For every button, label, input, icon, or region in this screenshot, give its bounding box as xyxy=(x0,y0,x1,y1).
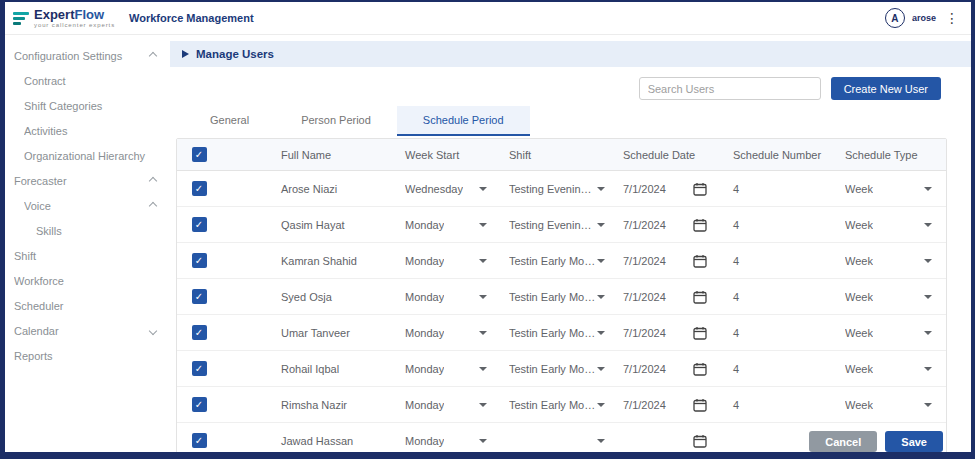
week-start-value: Monday xyxy=(405,435,444,447)
sidebar-item-organizational-hierarchy[interactable]: Organizational Hierarchy xyxy=(5,143,170,168)
cell-week-start-dropdown[interactable]: Wednesday xyxy=(391,171,501,206)
kebab-menu-icon[interactable]: ⋮ xyxy=(943,10,961,26)
table-row: ✓ Arose Niazi Wednesday Testing Evening,… xyxy=(177,171,946,207)
cell-schedule-type-dropdown[interactable]: Week xyxy=(837,315,946,350)
cell-shift-dropdown[interactable]: Testin Early Morning xyxy=(501,279,621,314)
cell-week-start-dropdown[interactable]: Monday xyxy=(391,279,501,314)
cell-shift-dropdown[interactable]: Testin Early Morning xyxy=(501,315,621,350)
calendar-icon[interactable] xyxy=(693,434,707,448)
sidebar-item-scheduler[interactable]: Scheduler xyxy=(5,293,170,318)
sidebar-item-forecaster[interactable]: Forecaster xyxy=(5,168,170,193)
cell-week-start-dropdown[interactable]: Monday xyxy=(391,243,501,278)
sidebar-item-calendar[interactable]: Calendar xyxy=(5,318,170,343)
cell-schedule-number: 4 xyxy=(731,207,837,242)
save-button[interactable]: Save xyxy=(885,431,943,452)
cell-week-start-dropdown[interactable]: Monday xyxy=(391,423,501,458)
cell-shift-dropdown[interactable]: Testin Early Morning xyxy=(501,387,621,422)
sidebar-item-shift-categories[interactable]: Shift Categories xyxy=(5,93,170,118)
row-checkbox[interactable]: ✓ xyxy=(192,217,207,232)
expertflow-logo-icon xyxy=(13,12,29,25)
create-new-user-button[interactable]: Create New User xyxy=(831,77,941,100)
top-bar-right: A arose ⋮ xyxy=(885,8,961,28)
chevron-up-icon xyxy=(149,176,157,184)
footer-actions: Cancel Save xyxy=(809,431,943,452)
row-checkbox[interactable]: ✓ xyxy=(192,433,207,448)
sidebar-item-label: Scheduler xyxy=(14,300,156,312)
avatar-initial: A xyxy=(891,13,898,24)
cell-week-start-dropdown[interactable]: Monday xyxy=(391,387,501,422)
check-icon: ✓ xyxy=(195,183,203,194)
cancel-button[interactable]: Cancel xyxy=(809,431,877,452)
cell-shift-dropdown[interactable]: Testing Evening, Te... xyxy=(501,207,621,242)
sidebar-item-workforce[interactable]: Workforce xyxy=(5,268,170,293)
row-checkbox[interactable]: ✓ xyxy=(192,325,207,340)
sidebar-item-configuration-settings[interactable]: Configuration Settings xyxy=(5,43,170,68)
section-title: Manage Users xyxy=(196,48,274,60)
calendar-icon[interactable] xyxy=(693,398,707,412)
sidebar-item-label: Organizational Hierarchy xyxy=(24,150,156,162)
schedule-date-value: 7/1/2024 xyxy=(623,327,685,339)
check-icon: ✓ xyxy=(195,219,203,230)
chevron-down-icon xyxy=(479,187,487,191)
cell-schedule-type-dropdown[interactable]: Week xyxy=(837,387,946,422)
select-all-checkbox[interactable]: ✓ xyxy=(192,147,207,162)
search-input[interactable] xyxy=(639,77,821,100)
check-icon: ✓ xyxy=(195,327,203,338)
chevron-down-icon xyxy=(597,223,605,227)
calendar-icon[interactable] xyxy=(693,182,707,196)
tab-person-period[interactable]: Person Period xyxy=(275,106,397,136)
sidebar-item-shift[interactable]: Shift xyxy=(5,243,170,268)
calendar-icon[interactable] xyxy=(693,254,707,268)
cell-shift-dropdown[interactable] xyxy=(501,423,621,458)
chevron-down-icon xyxy=(924,367,932,371)
row-checkbox[interactable]: ✓ xyxy=(192,361,207,376)
shift-value: Testin Early Morning xyxy=(509,255,597,267)
cell-schedule-type-dropdown[interactable]: Week xyxy=(837,279,946,314)
table-header-row: ✓ Full Name Week Start Shift Schedule Da… xyxy=(177,139,946,171)
check-icon: ✓ xyxy=(195,255,203,266)
shift-value: Testin Early Morning xyxy=(509,291,597,303)
check-icon: ✓ xyxy=(195,149,203,160)
cell-week-start-dropdown[interactable]: Monday xyxy=(391,315,501,350)
cell-week-start-dropdown[interactable]: Monday xyxy=(391,351,501,386)
table-row: ✓ Rimsha Nazir Monday Testin Early Morni… xyxy=(177,387,946,423)
row-checkbox[interactable]: ✓ xyxy=(192,289,207,304)
cell-schedule-type-dropdown[interactable]: Week xyxy=(837,171,946,206)
cell-week-start-dropdown[interactable]: Monday xyxy=(391,207,501,242)
week-start-value: Wednesday xyxy=(405,183,463,195)
row-checkbox[interactable]: ✓ xyxy=(192,253,207,268)
calendar-icon[interactable] xyxy=(693,326,707,340)
sidebar-item-voice[interactable]: Voice xyxy=(5,193,170,218)
tab-general[interactable]: General xyxy=(184,106,275,136)
tab-schedule-period[interactable]: Schedule Period xyxy=(397,106,530,136)
week-start-value: Monday xyxy=(405,399,444,411)
sidebar-item-skills[interactable]: Skills xyxy=(5,218,170,243)
avatar[interactable]: A xyxy=(885,8,905,28)
cell-schedule-number: 4 xyxy=(731,279,837,314)
chevron-down-icon xyxy=(597,439,605,443)
calendar-icon[interactable] xyxy=(693,362,707,376)
cell-shift-dropdown[interactable]: Testin Early Morning xyxy=(501,351,621,386)
calendar-icon[interactable] xyxy=(693,290,707,304)
sidebar-item-activities[interactable]: Activities xyxy=(5,118,170,143)
sidebar-item-contract[interactable]: Contract xyxy=(5,68,170,93)
cell-shift-dropdown[interactable]: Testin Early Morning xyxy=(501,243,621,278)
week-start-value: Monday xyxy=(405,219,444,231)
tab-bar: General Person Period Schedule Period xyxy=(170,106,971,136)
manage-users-banner[interactable]: Manage Users xyxy=(170,41,971,67)
cell-schedule-type-dropdown[interactable]: Week xyxy=(837,351,946,386)
cell-shift-dropdown[interactable]: Testing Evening, Te... xyxy=(501,171,621,206)
row-checkbox[interactable]: ✓ xyxy=(192,397,207,412)
chevron-down-icon xyxy=(479,295,487,299)
calendar-icon[interactable] xyxy=(693,218,707,232)
expertflow-logo: ExpertFlow your callcenter experts xyxy=(13,8,115,28)
sidebar-item-label: Activities xyxy=(24,125,156,137)
row-checkbox[interactable]: ✓ xyxy=(192,181,207,196)
table-row: ✓ Rohail Iqbal Monday Testin Early Morni… xyxy=(177,351,946,387)
cell-schedule-type-dropdown[interactable]: Week xyxy=(837,243,946,278)
chevron-down-icon xyxy=(479,403,487,407)
chevron-down-icon xyxy=(597,367,605,371)
cell-schedule-type-dropdown[interactable]: Week xyxy=(837,207,946,242)
sidebar-item-reports[interactable]: Reports xyxy=(5,343,170,368)
shift-value: Testing Evening, Te... xyxy=(509,183,597,195)
